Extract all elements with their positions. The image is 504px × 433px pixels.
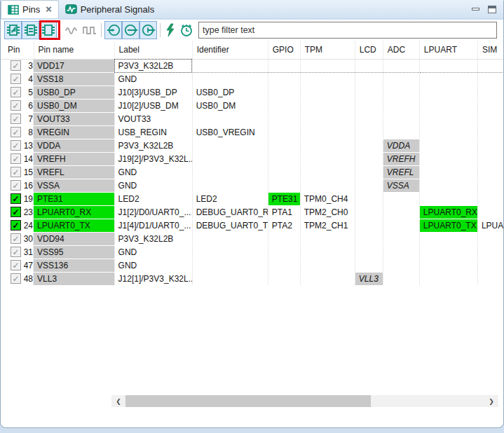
cell[interactable] [192, 139, 268, 153]
cell[interactable] [268, 246, 300, 259]
pin-checkbox[interactable] [11, 167, 21, 177]
table-row[interactable]: 19PTE31LED2LED2PTE31TPM0_CH4 [1, 193, 504, 206]
cell[interactable] [355, 86, 383, 99]
table-row[interactable]: 23LPUART0_RXJ1[2]/D0/UART0_...DEBUG_UART… [1, 206, 504, 219]
cell[interactable]: LED2 [114, 193, 192, 206]
chip-list-view-button[interactable] [22, 21, 39, 39]
cell[interactable]: LED2 [192, 193, 268, 206]
analog-signals-button[interactable] [63, 21, 81, 39]
column-header-tpm[interactable]: TPM [300, 41, 355, 59]
cell[interactable]: VDD94 [34, 233, 114, 246]
cell[interactable]: USB0_DM [192, 99, 268, 113]
cell[interactable] [477, 126, 504, 139]
cell[interactable] [268, 179, 300, 193]
pin-checkbox[interactable] [11, 127, 21, 137]
cell[interactable] [192, 153, 268, 166]
cell[interactable] [300, 259, 355, 273]
cell[interactable]: VSSA [383, 179, 419, 193]
table-row[interactable]: 4VSS18GND [1, 73, 504, 86]
cell[interactable] [477, 206, 504, 219]
cell[interactable] [419, 139, 477, 153]
cell[interactable]: TPM2_CH1 [300, 219, 355, 233]
cell[interactable] [300, 99, 355, 113]
table-row[interactable]: 5USB0_DPJ10[3]/USB_DPUSB0_DP [1, 86, 504, 99]
tab-peripheral-signals[interactable]: Peripheral Signals [59, 0, 161, 18]
table-row[interactable]: 16VSSAGNDVSSA [1, 179, 504, 193]
cell[interactable]: GND [114, 166, 192, 179]
cell[interactable] [355, 139, 383, 153]
cell[interactable]: PTA2 [268, 219, 300, 233]
column-header-pin[interactable]: Pin [1, 41, 34, 59]
cell[interactable] [419, 166, 477, 179]
cell[interactable]: VLL3 [34, 273, 114, 286]
cell[interactable] [419, 259, 477, 273]
cell[interactable] [192, 246, 268, 259]
cell[interactable] [419, 126, 477, 139]
show-inout-signals-button[interactable] [122, 21, 139, 39]
cell[interactable] [300, 233, 355, 246]
column-header-sim[interactable]: SIM [477, 41, 504, 59]
cell[interactable] [300, 73, 355, 86]
cell[interactable] [192, 233, 268, 246]
pin-checkbox[interactable] [11, 74, 21, 84]
cell[interactable] [355, 219, 383, 233]
cell[interactable] [268, 259, 300, 273]
pin-checkbox[interactable] [11, 114, 21, 124]
cell[interactable] [268, 99, 300, 113]
cell[interactable] [355, 259, 383, 273]
pin-checkbox[interactable] [11, 260, 21, 270]
pin-checkbox[interactable] [11, 153, 21, 164]
pin-checkbox[interactable] [11, 180, 21, 191]
cell[interactable]: VSSA [34, 179, 114, 193]
cell[interactable]: DEBUG_UART0_RX [192, 206, 268, 219]
cell[interactable] [268, 86, 300, 99]
cell[interactable] [383, 126, 419, 139]
cell[interactable] [268, 126, 300, 139]
table-row[interactable]: 30VDD94P3V3_K32L2B [1, 233, 504, 246]
cell[interactable]: USB0_DP [192, 86, 268, 99]
cell[interactable]: VDDA [383, 139, 419, 153]
tab-pins[interactable]: Pins ❌︎ [1, 0, 59, 18]
pin-checkbox[interactable] [11, 140, 21, 151]
cell[interactable] [268, 139, 300, 153]
filter-input[interactable] [198, 22, 497, 39]
cell[interactable]: PTE31 [34, 193, 114, 206]
cell[interactable] [300, 86, 355, 99]
table-row[interactable]: 6USB0_DMJ10[2]/USB_DMUSB0_DM [1, 99, 504, 113]
cell[interactable] [419, 86, 477, 99]
pin-checkbox[interactable] [11, 220, 21, 231]
cell[interactable]: LPUART0_TX [34, 219, 114, 233]
cell[interactable] [300, 153, 355, 166]
cell[interactable] [192, 179, 268, 193]
cell[interactable] [383, 206, 419, 219]
table-row[interactable]: 14VREFHJ19[2]/P3V3_K32L...VREFH [1, 153, 504, 166]
cell[interactable]: USB0_VREGIN [192, 126, 268, 139]
table-row[interactable]: 3VDD17P3V3_K32L2B [1, 59, 504, 73]
cell[interactable] [477, 99, 504, 113]
cell[interactable] [477, 273, 504, 286]
cell[interactable]: VLL3 [355, 273, 383, 286]
cell[interactable] [300, 246, 355, 259]
cell[interactable] [192, 59, 268, 73]
cell[interactable]: VREGIN [34, 126, 114, 139]
cell[interactable]: P3V3_K32L2B [114, 59, 192, 73]
cell[interactable]: TPM2_CH0 [300, 206, 355, 219]
cell[interactable] [355, 73, 383, 86]
cell[interactable]: USB0_DM [34, 99, 114, 113]
cell[interactable]: VSS18 [34, 73, 114, 86]
cell[interactable]: LPUART0_RX [34, 206, 114, 219]
pin-checkbox[interactable] [11, 207, 21, 217]
cell[interactable] [477, 153, 504, 166]
cell[interactable] [355, 153, 383, 166]
cell[interactable] [419, 99, 477, 113]
cell[interactable] [355, 126, 383, 139]
cell[interactable] [477, 166, 504, 179]
timer-button[interactable] [177, 21, 195, 39]
cell[interactable]: P3V3_K32L2B [114, 233, 192, 246]
cell[interactable] [355, 59, 383, 73]
cell[interactable]: VREFL [383, 166, 419, 179]
cell[interactable]: J1[2]/D0/UART0_... [114, 206, 192, 219]
cell[interactable]: USB_REGIN [114, 126, 192, 139]
pin-checkbox[interactable] [11, 87, 21, 97]
cell[interactable] [419, 273, 477, 286]
